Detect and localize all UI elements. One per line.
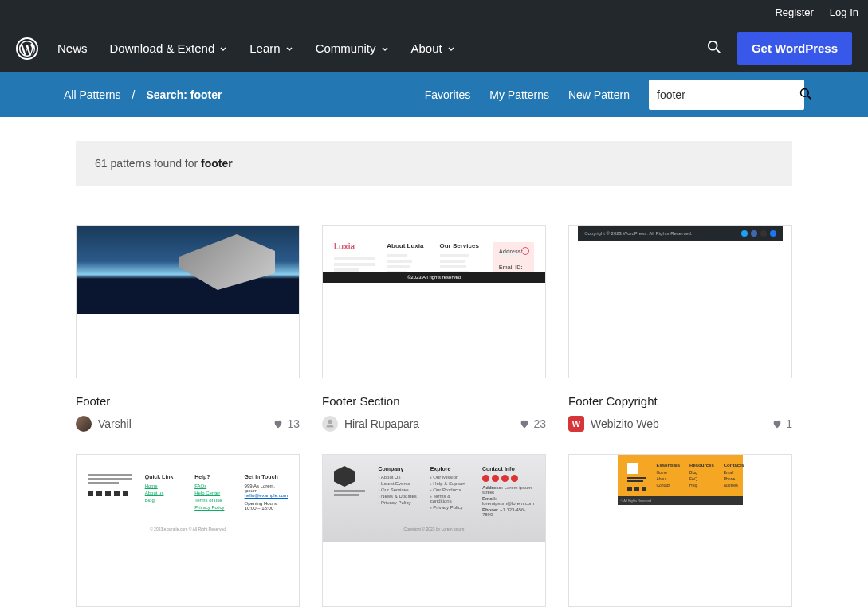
pattern-card: DemoPrivacy PolicyUser AgreementCookies … — [76, 225, 300, 432]
nav-download-extend[interactable]: Download & Extend — [110, 41, 228, 55]
likes[interactable]: 1 — [772, 417, 792, 430]
sub-header-right: Favorites My Patterns New Pattern — [425, 80, 804, 110]
author-name[interactable]: Hiral Rupapara — [344, 417, 419, 430]
breadcrumb-root[interactable]: All Patterns — [64, 88, 121, 101]
likes[interactable]: 13 — [273, 417, 300, 430]
nav-about[interactable]: About — [411, 41, 455, 55]
search-submit-button[interactable] — [796, 84, 815, 106]
breadcrumb: All Patterns / Search: footer — [64, 88, 222, 101]
nav-right: Get WordPress — [707, 32, 852, 65]
search-icon — [799, 88, 812, 100]
pattern-thumbnail[interactable]: Luxia About Luxia Our Services Address:E… — [322, 225, 546, 378]
pattern-meta: Hiral Rupapara 23 — [322, 416, 546, 432]
breadcrumb-current: Search: footer — [146, 88, 222, 101]
patterns-grid: DemoPrivacy PolicyUser AgreementCookies … — [76, 225, 792, 607]
pattern-title[interactable]: Footer Copyright — [568, 394, 792, 408]
nav-community[interactable]: Community — [316, 41, 389, 55]
main-nav: News Download & Extend Learn Community A… — [0, 24, 868, 72]
results-banner: 61 patterns found for footer — [76, 141, 792, 186]
author-avatar[interactable] — [76, 416, 92, 432]
get-wordpress-button[interactable]: Get WordPress — [737, 32, 852, 65]
search-box — [649, 80, 804, 110]
favorites-link[interactable]: Favorites — [425, 88, 471, 101]
chevron-down-icon — [447, 45, 455, 53]
pattern-card: Luxia About Luxia Our Services Address:E… — [322, 225, 546, 432]
nav-news[interactable]: News — [57, 41, 88, 55]
author-name[interactable]: Varshil — [98, 417, 132, 430]
my-patterns-link[interactable]: My Patterns — [489, 88, 549, 101]
new-pattern-link[interactable]: New Pattern — [568, 88, 630, 101]
heart-icon — [772, 418, 783, 429]
pattern-card: Copyright © 2023 WordPress. All Rights R… — [568, 225, 792, 432]
search-input[interactable] — [657, 88, 796, 101]
content: 61 patterns found for footer DemoPrivacy… — [0, 117, 868, 607]
chevron-down-icon — [219, 45, 227, 53]
pattern-card: EssentialsHomeAboutContact ResourcesBlog… — [568, 454, 792, 607]
pattern-thumbnail[interactable]: Quick LinkHomeAbout usBlog Help?FAQsHelp… — [76, 454, 300, 607]
pattern-thumbnail[interactable]: Company› About Us› Latest Events› Our Se… — [322, 454, 546, 607]
svg-point-0 — [709, 41, 717, 49]
breadcrumb-separator: / — [132, 88, 136, 101]
pattern-meta: W Webizito Web 1 — [568, 416, 792, 432]
nav-search-button[interactable] — [707, 40, 721, 57]
wordpress-logo[interactable] — [16, 37, 38, 60]
pattern-thumbnail[interactable]: EssentialsHomeAboutContact ResourcesBlog… — [568, 454, 792, 607]
heart-icon — [273, 418, 284, 429]
sub-header: All Patterns / Search: footer Favorites … — [0, 72, 868, 117]
nav-items: News Download & Extend Learn Community A… — [57, 41, 707, 55]
nav-learn[interactable]: Learn — [249, 41, 293, 55]
pattern-thumbnail[interactable]: Copyright © 2023 WordPress. All Rights R… — [568, 225, 792, 378]
pattern-card: Quick LinkHomeAbout usBlog Help?FAQsHelp… — [76, 454, 300, 607]
login-link[interactable]: Log In — [830, 6, 858, 18]
pattern-thumbnail[interactable]: DemoPrivacy PolicyUser AgreementCookies — [76, 225, 300, 378]
pattern-title[interactable]: Footer Section — [322, 394, 546, 408]
chevron-down-icon — [285, 45, 293, 53]
heart-icon — [519, 418, 530, 429]
register-link[interactable]: Register — [775, 6, 813, 18]
likes[interactable]: 23 — [519, 417, 546, 430]
author-name[interactable]: Webizito Web — [591, 417, 659, 430]
chevron-down-icon — [381, 45, 389, 53]
pattern-title[interactable]: Footer — [76, 394, 300, 408]
author-avatar[interactable]: W — [568, 416, 584, 432]
pattern-meta: Varshil 13 — [76, 416, 300, 432]
search-icon — [707, 40, 721, 54]
pattern-card: Company› About Us› Latest Events› Our Se… — [322, 454, 546, 607]
author-avatar[interactable] — [322, 416, 338, 432]
svg-point-1 — [801, 88, 809, 96]
top-header: Register Log In — [0, 0, 868, 24]
